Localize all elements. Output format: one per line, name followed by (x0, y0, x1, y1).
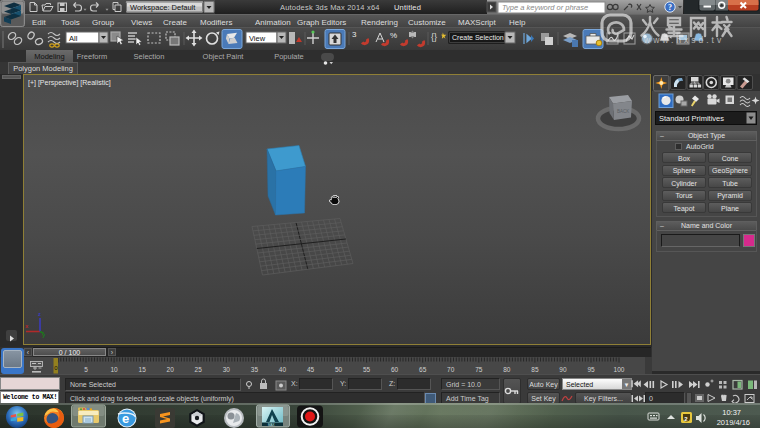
svg-text:All: All (69, 34, 78, 43)
svg-text:80: 80 (503, 366, 511, 373)
svg-text:x: x (25, 323, 29, 329)
svg-text:2019/4/16: 2019/4/16 (717, 418, 750, 427)
svg-text:10:37: 10:37 (722, 408, 741, 417)
svg-text:90: 90 (559, 366, 567, 373)
svg-text:15: 15 (139, 366, 147, 373)
svg-text:30: 30 (223, 366, 231, 373)
svg-text:3: 3 (352, 30, 357, 39)
svg-text:85: 85 (531, 366, 539, 373)
svg-text:Type a keyword or phrase: Type a keyword or phrase (502, 3, 588, 12)
svg-text:40: 40 (279, 366, 287, 373)
svg-text:75: 75 (475, 366, 483, 373)
svg-text:%: % (390, 31, 397, 40)
svg-text:y: y (42, 332, 46, 338)
svg-text:10: 10 (110, 366, 118, 373)
svg-text:25: 25 (195, 366, 203, 373)
svg-text:60: 60 (391, 366, 399, 373)
svg-text:{}: {} (431, 32, 437, 42)
svg-text:View: View (249, 34, 266, 43)
svg-text:Standard Primitives: Standard Primitives (659, 114, 724, 123)
svg-text:55: 55 (363, 366, 371, 373)
svg-text:z: z (38, 311, 41, 317)
svg-text:Workspace: Default: Workspace: Default (130, 3, 196, 12)
svg-text:95: 95 (587, 366, 595, 373)
svg-text:20: 20 (167, 366, 175, 373)
svg-text:5: 5 (84, 366, 88, 373)
svg-text:100: 100 (614, 366, 625, 373)
svg-text:45: 45 (307, 366, 315, 373)
svg-text:BACK: BACK (617, 109, 629, 114)
svg-text:65: 65 (419, 366, 427, 373)
svg-text:70: 70 (447, 366, 455, 373)
svg-text:?: ? (668, 3, 672, 12)
svg-text:35: 35 (251, 366, 259, 373)
svg-text:MAX: MAX (268, 423, 275, 427)
svg-text:50: 50 (335, 366, 343, 373)
